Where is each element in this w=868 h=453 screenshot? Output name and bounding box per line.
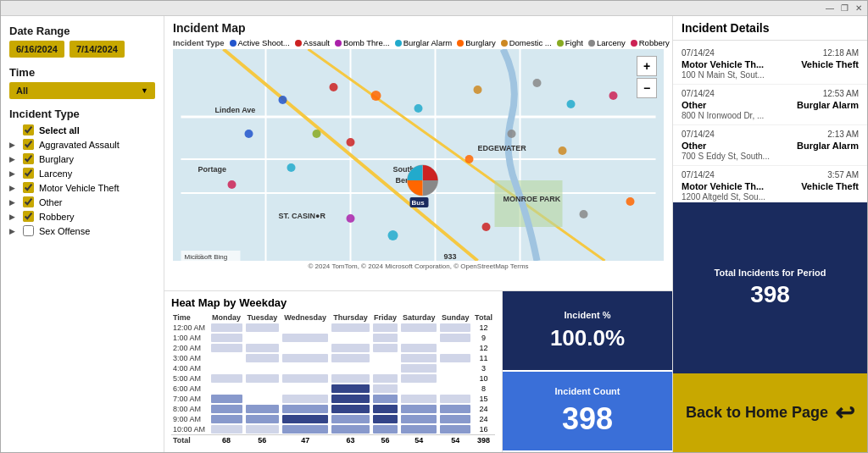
svg-point-27 bbox=[533, 79, 542, 87]
heatmap-cell bbox=[438, 343, 472, 353]
svg-text:EDGEWATER: EDGEWATER bbox=[478, 144, 527, 152]
legend-text-burglary: Burglary bbox=[465, 38, 495, 47]
expand-icon[interactable]: ▶ bbox=[9, 198, 18, 207]
larceny-checkbox[interactable] bbox=[23, 168, 34, 179]
incident-date-time: 07/14/24 3:57 AM bbox=[682, 170, 859, 180]
heatmap-cell bbox=[438, 414, 472, 424]
svg-point-35 bbox=[508, 130, 516, 138]
select-all-checkbox[interactable] bbox=[23, 124, 34, 135]
title-bar: — ❐ ✕ bbox=[1, 1, 867, 16]
legend-dot-domestic bbox=[501, 40, 508, 47]
burglary-label: Burglary bbox=[39, 154, 74, 164]
map-legend: Incident Type Active Shoot... Assault Bo… bbox=[164, 36, 672, 49]
zoom-in-button[interactable]: + bbox=[637, 56, 657, 76]
heatmap-cell bbox=[244, 323, 281, 333]
time-select[interactable]: All bbox=[9, 82, 155, 99]
incident-detail: Vehicle Theft bbox=[801, 59, 859, 69]
incident-row: 07/14/24 12:53 AM Other Burglar Alarm 80… bbox=[673, 85, 867, 125]
expand-icon[interactable]: ▶ bbox=[9, 169, 18, 178]
expand-icon[interactable]: ▶ bbox=[9, 184, 18, 192]
incident-pct-value: 100.0% bbox=[511, 325, 664, 351]
heatmap-cell bbox=[244, 384, 281, 394]
close-button[interactable]: ✕ bbox=[855, 3, 862, 13]
expand-icon[interactable]: ▶ bbox=[9, 155, 18, 163]
heatmap-title: Heat Map by Weekday bbox=[171, 296, 495, 309]
incident-list: 07/14/24 12:18 AM Motor Vehicle Th... Ve… bbox=[673, 41, 867, 202]
date-range-title: Date Range bbox=[9, 25, 155, 37]
heatmap-cell bbox=[371, 363, 400, 373]
heatmap-time-cell: 1:00 AM bbox=[171, 333, 209, 343]
other-checkbox[interactable] bbox=[23, 196, 34, 207]
incident-pct-label: Incident % bbox=[511, 310, 664, 320]
heatmap-total-cell: 398 bbox=[472, 435, 495, 446]
heatmap-cell bbox=[371, 414, 400, 424]
svg-point-33 bbox=[287, 163, 296, 172]
expand-icon[interactable]: ▶ bbox=[9, 141, 18, 149]
incident-count-box: Incident Count 398 bbox=[503, 372, 672, 452]
legend-text-bomb: Bomb Thre... bbox=[343, 38, 390, 47]
end-date-button[interactable]: 7/14/2024 bbox=[70, 41, 125, 58]
legend-item-active-shoot: Active Shoot... bbox=[230, 38, 290, 47]
incident-address: 100 N Main St, Sout... bbox=[682, 70, 859, 80]
back-to-home-button[interactable]: Back to Home Page ↩ bbox=[673, 373, 867, 452]
heatmap-cell bbox=[209, 343, 244, 353]
incident-address: 1200 Altgeld St, Sou... bbox=[682, 192, 859, 202]
heatmap-cell bbox=[281, 363, 330, 373]
svg-point-39 bbox=[347, 214, 355, 223]
sex-offense-label: Sex Offense bbox=[39, 226, 90, 236]
maximize-button[interactable]: ❐ bbox=[841, 3, 849, 13]
svg-point-28 bbox=[567, 100, 576, 108]
list-item: ▶ Motor Vehicle Theft bbox=[9, 181, 155, 194]
heatmap-cell bbox=[281, 394, 330, 404]
incident-detail: Burglar Alarm bbox=[797, 100, 859, 110]
svg-text:Bus: Bus bbox=[412, 199, 426, 207]
expand-icon[interactable]: ▶ bbox=[9, 227, 18, 235]
map-attribution: © 2024 TomTom, © 2024 Microsoft Corporat… bbox=[164, 261, 672, 272]
incident-date-time: 07/14/24 12:18 AM bbox=[682, 48, 859, 58]
heatmap-cell bbox=[371, 343, 400, 353]
start-date-button[interactable]: 6/16/2024 bbox=[9, 41, 64, 58]
aggravated-assault-checkbox[interactable] bbox=[23, 139, 34, 150]
list-item: ▶ Sex Offense bbox=[9, 224, 155, 237]
heatmap-cell bbox=[281, 384, 330, 394]
heatmap-cell bbox=[281, 323, 330, 333]
heatmap-cell: 56 bbox=[371, 435, 400, 446]
map-title: Incident Map bbox=[164, 16, 672, 36]
burglary-checkbox[interactable] bbox=[23, 153, 34, 164]
heatmap-cell bbox=[438, 384, 472, 394]
heatmap-total-cell: 15 bbox=[472, 394, 495, 404]
robbery-label: Robbery bbox=[39, 212, 75, 222]
svg-point-29 bbox=[609, 91, 618, 100]
heatmap-cell bbox=[438, 373, 472, 384]
svg-point-26 bbox=[474, 86, 482, 94]
col-header-wednesday: Wednesday bbox=[281, 312, 330, 323]
svg-point-37 bbox=[245, 130, 253, 138]
robbery-checkbox[interactable] bbox=[23, 211, 34, 222]
time-title: Time bbox=[9, 66, 155, 79]
legend-text-larceny: Larceny bbox=[597, 38, 626, 47]
col-header-saturday: Saturday bbox=[399, 312, 438, 323]
heatmap-cell bbox=[399, 363, 438, 373]
incident-type: Other bbox=[682, 100, 706, 110]
incident-detail: Burglar Alarm bbox=[797, 141, 859, 151]
incident-time: 12:18 AM bbox=[823, 48, 859, 58]
incident-type-detail: Other Burglar Alarm bbox=[682, 100, 859, 110]
heatmap-cell bbox=[399, 373, 438, 384]
expand-icon[interactable]: ▶ bbox=[9, 213, 18, 221]
heatmap-cell bbox=[330, 384, 370, 394]
motor-vehicle-theft-checkbox[interactable] bbox=[23, 182, 34, 193]
incident-date-time: 07/14/24 2:13 AM bbox=[682, 130, 859, 139]
minimize-button[interactable]: — bbox=[826, 3, 834, 13]
svg-point-41 bbox=[482, 223, 491, 231]
heatmap-section: Heat Map by Weekday Time Monday Tuesday … bbox=[164, 291, 503, 452]
incident-address: 700 S Eddy St, South... bbox=[682, 152, 859, 161]
heatmap-cell: 54 bbox=[438, 435, 472, 446]
map-area[interactable]: Linden Ave Portage South Bend MONROE PAR… bbox=[173, 49, 664, 261]
back-arrow-icon: ↩ bbox=[835, 399, 854, 427]
heatmap-cell bbox=[209, 404, 244, 414]
heatmap-time-cell: 8:00 AM bbox=[171, 404, 209, 414]
zoom-out-button[interactable]: − bbox=[637, 78, 657, 98]
heatmap-cell bbox=[399, 404, 438, 414]
sex-offense-checkbox[interactable] bbox=[23, 225, 34, 236]
heatmap-cell bbox=[399, 333, 438, 343]
